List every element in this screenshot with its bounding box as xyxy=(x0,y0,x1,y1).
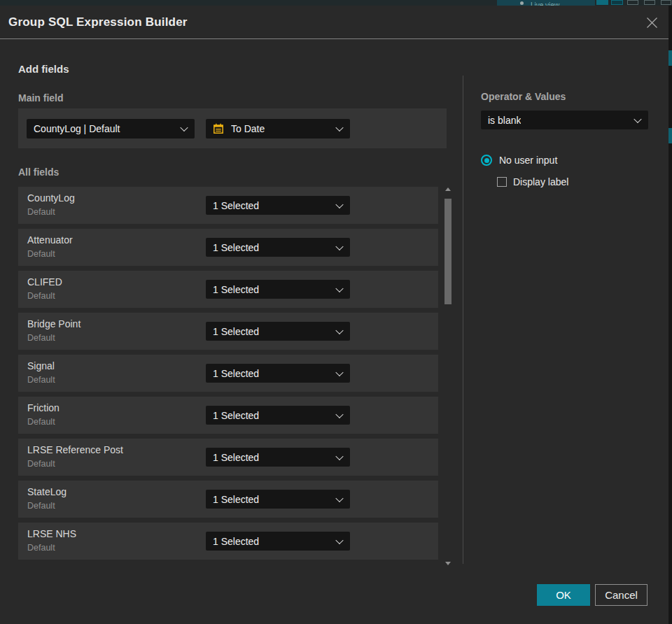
chevron-down-icon xyxy=(335,368,343,376)
field-selection-value: 1 Selected xyxy=(213,410,259,421)
field-selection-value: 1 Selected xyxy=(213,452,259,463)
field-subtitle: Default xyxy=(27,543,55,553)
chevron-down-icon xyxy=(180,124,188,132)
display-label-label: Display label xyxy=(513,176,568,187)
chevron-down-icon xyxy=(634,115,641,122)
field-selection-value: 1 Selected xyxy=(213,242,259,253)
attribute-dropdown[interactable]: To Date xyxy=(206,119,350,139)
chevron-down-icon xyxy=(335,242,343,250)
close-button[interactable] xyxy=(641,13,662,32)
dialog-group-sql-expression-builder: Group SQL Expression Builder Add fields … xyxy=(0,6,668,624)
list-scrollbar[interactable] xyxy=(444,182,453,565)
field-row: CLIFED Default 1 Selected xyxy=(18,271,438,308)
attribute-dropdown-value: To Date xyxy=(231,123,265,134)
background-toolbar-button xyxy=(596,0,608,5)
field-selection-value: 1 Selected xyxy=(213,284,259,295)
background-toolbar-button xyxy=(661,0,671,5)
field-name: Friction xyxy=(27,402,59,413)
field-row: Friction Default 1 Selected xyxy=(18,397,438,434)
field-selection-dropdown[interactable]: 1 Selected xyxy=(206,322,350,341)
field-row: LRSE NHS Default 1 Selected xyxy=(18,523,438,560)
live-view-dot-icon xyxy=(520,1,524,5)
background-accent-block xyxy=(668,128,672,143)
scrollbar-thumb[interactable] xyxy=(444,199,451,304)
field-row: LRSE Reference Post Default 1 Selected xyxy=(18,439,438,476)
chevron-down-icon xyxy=(335,200,343,208)
field-selection-dropdown[interactable]: 1 Selected xyxy=(206,196,350,215)
radio-dot xyxy=(484,158,489,163)
field-subtitle: Default xyxy=(27,417,55,427)
field-name: CountyLog xyxy=(27,192,75,204)
field-row: CountyLog Default 1 Selected xyxy=(18,187,438,224)
chevron-down-icon xyxy=(335,326,343,334)
chevron-down-icon xyxy=(335,536,343,544)
field-name: LRSE Reference Post xyxy=(27,444,123,455)
field-name: Attenuator xyxy=(27,234,73,246)
panel-divider xyxy=(463,76,463,564)
field-selection-value: 1 Selected xyxy=(213,494,259,505)
main-field-panel: CountyLog | Default To Date xyxy=(18,108,447,148)
all-fields-list: CountyLog Default 1 Selected Attenuator … xyxy=(18,187,438,565)
field-selection-dropdown[interactable]: 1 Selected xyxy=(206,490,350,509)
close-icon xyxy=(646,17,658,29)
add-fields-heading: Add fields xyxy=(18,63,69,75)
no-user-input-radio[interactable] xyxy=(481,155,492,166)
dialog-header: Group SQL Expression Builder xyxy=(0,6,668,39)
field-selection-value: 1 Selected xyxy=(213,326,259,337)
operator-values-label: Operator & Values xyxy=(481,91,566,102)
field-row: Attenuator Default 1 Selected xyxy=(18,229,438,266)
ok-button[interactable]: OK xyxy=(537,584,590,606)
background-right-sliver xyxy=(668,6,672,624)
dialog-title: Group SQL Expression Builder xyxy=(8,6,188,38)
operator-dropdown[interactable]: is blank xyxy=(481,111,648,129)
no-user-input-option[interactable]: No user input xyxy=(481,155,557,166)
field-subtitle: Default xyxy=(27,333,55,343)
field-subtitle: Default xyxy=(27,291,55,301)
live-view-chip: Live view xyxy=(497,0,595,6)
field-row: Signal Default 1 Selected xyxy=(18,355,438,392)
background-toolbar-button xyxy=(644,0,655,5)
main-field-dropdown-value: CountyLog | Default xyxy=(34,123,120,134)
all-fields-label: All fields xyxy=(18,166,59,178)
background-accent-block xyxy=(668,50,672,66)
field-selection-dropdown[interactable]: 1 Selected xyxy=(206,280,350,299)
field-selection-dropdown[interactable]: 1 Selected xyxy=(206,448,350,467)
field-selection-value: 1 Selected xyxy=(213,368,259,379)
field-selection-dropdown[interactable]: 1 Selected xyxy=(206,532,350,551)
operator-dropdown-value: is blank xyxy=(488,115,521,126)
field-subtitle: Default xyxy=(27,501,55,511)
scroll-up-button[interactable] xyxy=(445,187,451,191)
chevron-down-icon xyxy=(335,452,343,460)
display-label-option[interactable]: Display label xyxy=(497,176,568,187)
scroll-down-button[interactable] xyxy=(445,562,451,565)
background-toolbar-button xyxy=(611,0,623,5)
chevron-down-icon xyxy=(335,124,343,132)
field-selection-dropdown[interactable]: 1 Selected xyxy=(206,364,350,383)
field-name: LRSE NHS xyxy=(27,528,76,539)
cancel-button[interactable]: Cancel xyxy=(595,584,648,606)
field-subtitle: Default xyxy=(27,207,55,217)
chevron-down-icon xyxy=(335,284,343,292)
field-row: Bridge Point Default 1 Selected xyxy=(18,313,438,350)
main-field-label: Main field xyxy=(18,92,64,104)
live-view-label: Live view xyxy=(531,1,559,6)
background-app-bar: Live view xyxy=(0,0,672,6)
field-selection-value: 1 Selected xyxy=(213,536,259,547)
field-row: StateLog Default 1 Selected xyxy=(18,481,438,518)
main-field-dropdown[interactable]: CountyLog | Default xyxy=(27,119,195,139)
field-subtitle: Default xyxy=(27,459,55,469)
chevron-down-icon xyxy=(335,410,343,418)
field-selection-value: 1 Selected xyxy=(213,200,259,211)
field-selection-dropdown[interactable]: 1 Selected xyxy=(206,406,350,425)
screen: Live view Group SQL Expression Builder A… xyxy=(0,0,672,624)
chevron-down-icon xyxy=(335,494,343,502)
background-toolbar-button xyxy=(627,0,638,5)
field-name: Signal xyxy=(27,360,55,371)
calendar-date-icon xyxy=(213,123,224,134)
field-name: CLIFED xyxy=(27,276,62,288)
no-user-input-label: No user input xyxy=(499,155,557,166)
field-name: StateLog xyxy=(27,486,66,497)
field-selection-dropdown[interactable]: 1 Selected xyxy=(206,238,350,257)
field-subtitle: Default xyxy=(27,249,55,259)
display-label-checkbox[interactable] xyxy=(497,177,507,187)
